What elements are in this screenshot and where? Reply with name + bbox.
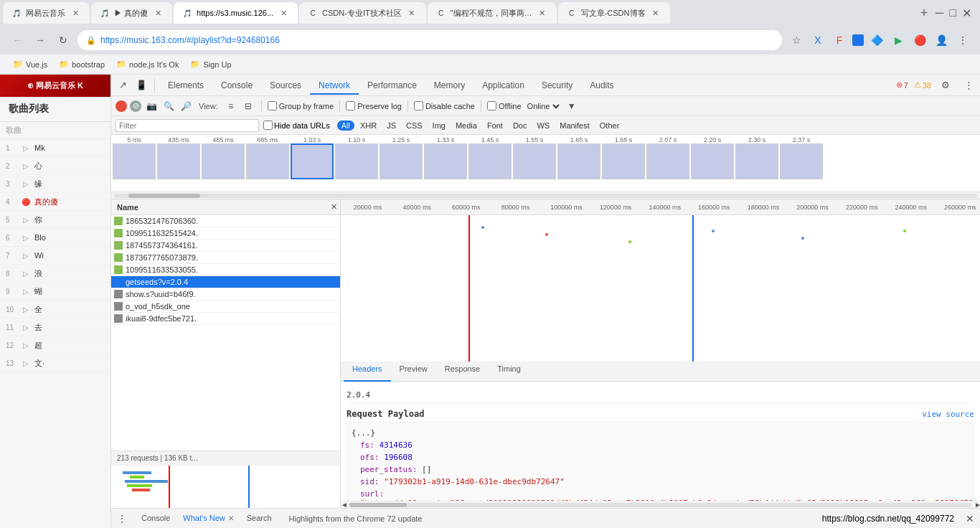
song-item[interactable]: 8 ▷ 浪 [0, 265, 110, 283]
new-tab-button[interactable]: + [914, 3, 934, 23]
browser-tab-1[interactable]: 🎵网易云音乐✕ [3, 2, 90, 24]
disable-cache-checkbox[interactable] [414, 101, 423, 110]
song-play-icon[interactable]: ▷ [20, 339, 32, 351]
filter-type-font[interactable]: Font [483, 121, 507, 131]
devtools-tab-console[interactable]: Console [212, 77, 261, 95]
scroll-left[interactable]: ◄ [341, 501, 347, 508]
song-play-icon[interactable]: ▷ [20, 357, 32, 369]
request-item-4[interactable]: 1873677765073879. [111, 252, 340, 264]
film-thumbnail[interactable] [602, 143, 645, 179]
ext1-icon[interactable]: X [809, 32, 826, 49]
browser-tab-6[interactable]: C写文章-CSDN博客✕ [558, 2, 670, 24]
preserve-log-label[interactable]: Preserve log [346, 101, 402, 110]
tab-close-button[interactable]: ✕ [152, 7, 164, 19]
view-list-icon[interactable]: ≡ [224, 99, 238, 113]
ext5-icon[interactable]: ▶ [890, 32, 907, 49]
request-item-3[interactable]: 1874557374364161. [111, 240, 340, 252]
bookmark-item[interactable]: 📁Vue.js [9, 58, 52, 70]
ext3-icon[interactable] [852, 34, 864, 46]
song-play-icon[interactable]: ▷ [20, 178, 32, 189]
film-frame-13[interactable]: 2.20 s [691, 136, 734, 190]
song-play-icon[interactable]: ▷ [20, 160, 32, 171]
hide-data-urls-label[interactable]: Hide data URLs [263, 121, 330, 130]
song-item[interactable]: 13 ▷ 文· [0, 354, 110, 372]
filter-type-ws[interactable]: WS [532, 121, 554, 131]
devtools-tab-audits[interactable]: Audits [581, 77, 622, 95]
film-thumbnail[interactable] [735, 143, 778, 179]
song-item[interactable]: 4 🔴 真的傻 [0, 193, 110, 211]
minimize-button[interactable]: ─ [936, 6, 943, 19]
bottom-tab-console[interactable]: Console [136, 512, 176, 525]
film-thumbnail[interactable] [557, 143, 600, 179]
film-frame-1[interactable]: 435 ms [157, 136, 200, 190]
detail-tab-preview[interactable]: Preview [391, 362, 436, 382]
bookmark-item[interactable]: 📁node.js It's Ok [112, 58, 183, 70]
clear-button[interactable]: ⊘ [130, 100, 141, 112]
film-frame-3[interactable]: 685 ms [246, 136, 289, 190]
filter-type-other[interactable]: Other [595, 121, 624, 131]
song-item[interactable]: 6 ▷ Blo [0, 229, 110, 247]
disable-cache-label[interactable]: Disable cache [414, 101, 475, 110]
request-item-5[interactable]: 1099511633533055. [111, 264, 340, 276]
film-thumbnail[interactable] [291, 143, 334, 179]
browser-tab-4[interactable]: CCSDN-专业IT技术社区✕ [299, 2, 426, 24]
song-item[interactable]: 1 ▷ Mk [0, 139, 110, 157]
song-play-icon[interactable]: ▷ [20, 232, 32, 243]
devtools-tab-memory[interactable]: Memory [425, 77, 473, 95]
ext4-icon[interactable]: 🔷 [868, 32, 885, 49]
film-thumbnail[interactable] [424, 143, 467, 179]
inspect-element-icon[interactable]: ↗ [114, 77, 131, 94]
settings-icon[interactable]: ⚙ [937, 77, 954, 94]
request-item-7[interactable]: show.s?uuid=b46f9. [111, 288, 340, 301]
film-frame-8[interactable]: 1.45 s [468, 136, 512, 190]
account-icon[interactable]: 👤 [933, 32, 950, 49]
filter-type-manifest[interactable]: Manifest [555, 121, 594, 131]
devtools-tab-elements[interactable]: Elements [159, 77, 212, 95]
film-frame-10[interactable]: 1.65 s [557, 136, 600, 190]
film-thumbnail[interactable] [780, 143, 823, 179]
filter-type-doc[interactable]: Doc [509, 121, 532, 131]
ext6-icon[interactable]: 🔴 [911, 32, 928, 49]
hide-data-urls-checkbox[interactable] [263, 121, 273, 130]
filter-type-xhr[interactable]: XHR [356, 121, 381, 131]
reload-button[interactable]: ↻ [55, 32, 72, 49]
preserve-log-checkbox[interactable] [346, 101, 355, 110]
detail-tab-response[interactable]: Response [436, 362, 489, 382]
filter-type-js[interactable]: JS [382, 121, 400, 131]
bookmark-item[interactable]: 📁Sign Up [186, 58, 235, 70]
throttling-arrow[interactable]: ▼ [565, 99, 579, 113]
song-item[interactable]: 5 ▷ 你 [0, 211, 110, 229]
song-play-icon[interactable]: ▷ [20, 286, 32, 297]
request-item-2[interactable]: 1099511632515424. [111, 227, 340, 240]
browser-tab-3[interactable]: 🎵https://s3.music.126...✕ [174, 2, 298, 24]
film-thumbnail[interactable] [246, 143, 289, 179]
forward-button[interactable]: → [32, 32, 49, 49]
film-frame-12[interactable]: 2.07 s [646, 136, 689, 190]
offline-label[interactable]: Offline [487, 101, 522, 110]
song-item[interactable]: 7 ▷ Wi [0, 247, 110, 265]
film-thumbnail[interactable] [335, 143, 378, 179]
film-frame-11[interactable]: 1.68 s [602, 136, 645, 190]
bottom-tab-close[interactable]: ✕ [228, 514, 234, 522]
song-play-icon[interactable]: 🔴 [20, 196, 32, 207]
film-frame-15[interactable]: 2.37 s [780, 136, 823, 190]
bottom-panel-close[interactable]: ✕ [966, 513, 974, 524]
tab-close-button[interactable]: ✕ [650, 7, 661, 19]
request-item-6[interactable]: getseeds?v=2.0.4 [111, 276, 340, 288]
song-play-icon[interactable]: ▷ [20, 268, 32, 279]
film-thumbnail[interactable] [113, 143, 156, 179]
film-frame-6[interactable]: 1.25 s [380, 136, 423, 190]
tab-close-button[interactable]: ✕ [278, 7, 289, 19]
more-options-icon[interactable]: ⋮ [960, 77, 977, 94]
tab-close-button[interactable]: ✕ [406, 7, 418, 19]
song-item[interactable]: 10 ▷ 全 [0, 301, 110, 319]
tab-close-button[interactable]: ✕ [537, 7, 548, 19]
song-play-icon[interactable]: ▷ [20, 321, 32, 333]
song-item[interactable]: 11 ▷ 去 [0, 319, 110, 336]
browser-tab-2[interactable]: 🎵▶ 真的傻✕ [91, 2, 172, 24]
devtools-menu-icon[interactable]: ⋮ [117, 513, 127, 524]
song-item[interactable]: 3 ▷ 缘 [0, 175, 110, 193]
filter-type-media[interactable]: Media [451, 121, 481, 131]
record-button[interactable] [116, 100, 127, 112]
film-frame-2[interactable]: 485 ms [202, 136, 245, 190]
